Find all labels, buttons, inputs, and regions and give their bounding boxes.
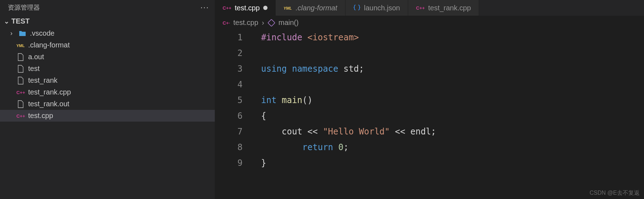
svg-text:YML: YML (284, 6, 292, 10)
chevron-right-icon: › (8, 30, 15, 37)
file-icon (16, 100, 25, 108)
watermark: CSDN @E去不复返 (590, 189, 640, 197)
line-number: 2 (215, 45, 243, 61)
item-label: test_rank.cpp (28, 88, 71, 96)
code-line (261, 45, 644, 61)
svg-text:C++: C++ (223, 20, 230, 26)
svg-text:C++: C++ (16, 90, 25, 95)
svg-text:C++: C++ (223, 5, 231, 11)
item-label: test.cpp (28, 112, 53, 120)
yaml-icon: YML (16, 42, 25, 49)
line-gutter: 123456789 (215, 30, 253, 171)
line-number: 1 (215, 30, 243, 45)
file-tree: ›.vscodeYML.clang-formata.outtesttest_ra… (0, 27, 215, 199)
tab-label: test.cpp (235, 4, 260, 12)
svg-text:YML: YML (16, 44, 25, 48)
code-line: { (261, 108, 644, 124)
item-label: .vscode (30, 29, 54, 37)
folder-item[interactable]: ›.vscode (0, 27, 215, 39)
code-line: #include <iostream> (261, 30, 644, 45)
breadcrumb-file: test.cpp (233, 19, 258, 27)
cpp-icon: C++ (223, 19, 230, 26)
item-label: test_rank (28, 76, 57, 85)
explorer-sidebar: 资源管理器 ··· ⌄ TEST ›.vscodeYML.clang-forma… (0, 0, 215, 199)
editor-area: C++test.cppYML.clang-formatlaunch.jsonC+… (215, 0, 644, 199)
file-item[interactable]: C++test.cpp (0, 110, 215, 122)
tab--clang-format[interactable]: YML.clang-format (276, 0, 346, 16)
tab-label: test_rank.cpp (428, 4, 471, 12)
line-number: 9 (215, 155, 243, 171)
code-editor[interactable]: 123456789 #include <iostream>using names… (215, 30, 644, 199)
line-number: 6 (215, 108, 243, 124)
tab-launch-json[interactable]: launch.json (346, 0, 408, 16)
line-number: 4 (215, 77, 243, 92)
folder-icon (18, 30, 27, 37)
svg-rect-7 (268, 19, 275, 26)
line-number: 8 (215, 139, 243, 155)
svg-text:C++: C++ (16, 113, 25, 119)
folder-name: TEST (11, 17, 30, 25)
item-label: .clang-format (28, 41, 70, 49)
breadcrumb-symbol: main() (279, 19, 299, 27)
line-number: 5 (215, 92, 243, 108)
code-line (261, 77, 644, 92)
file-item[interactable]: YML.clang-format (0, 39, 215, 51)
cpp-icon: C++ (16, 89, 25, 96)
code-line: return 0; (261, 139, 644, 155)
code-lines: #include <iostream>using namespace std;i… (215, 30, 644, 171)
chevron-right-icon: › (262, 19, 264, 27)
file-item[interactable]: C++test_rank.cpp (0, 86, 215, 98)
item-label: test (28, 65, 40, 73)
file-icon (16, 77, 25, 85)
file-icon (16, 65, 25, 73)
line-number: 3 (215, 61, 243, 77)
file-item[interactable]: a.out (0, 51, 215, 63)
tab-test-cpp[interactable]: C++test.cpp (215, 0, 276, 16)
tab-bar: C++test.cppYML.clang-formatlaunch.jsonC+… (215, 0, 644, 16)
item-label: a.out (28, 53, 44, 61)
tab-label: .clang-format (296, 4, 337, 12)
cpp-icon: C++ (16, 113, 25, 119)
more-actions-icon[interactable]: ··· (201, 3, 209, 12)
file-icon (16, 53, 25, 61)
line-number: 7 (215, 124, 243, 139)
tab-label: launch.json (364, 4, 400, 12)
file-item[interactable]: test_rank.out (0, 98, 215, 110)
tab-test_rank-cpp[interactable]: C++test_rank.cpp (408, 0, 479, 16)
json-icon (353, 4, 360, 11)
code-line: cout << "Hello World" << endl; (261, 124, 644, 139)
yaml-icon: YML (284, 5, 292, 11)
code-line: } (261, 155, 644, 171)
breadcrumb[interactable]: C++ test.cpp › main() (215, 16, 644, 30)
chevron-down-icon: ⌄ (3, 17, 10, 25)
explorer-title: 资源管理器 (8, 3, 40, 12)
cpp-icon: C++ (223, 5, 231, 11)
cpp-icon: C++ (416, 5, 425, 11)
symbol-icon (268, 19, 275, 26)
item-label: test_rank.out (28, 100, 69, 108)
svg-text:C++: C++ (416, 5, 425, 11)
code-line: int main() (261, 92, 644, 108)
file-item[interactable]: test (0, 63, 215, 75)
explorer-header: 资源管理器 ··· (0, 0, 215, 15)
code-line: using namespace std; (261, 61, 644, 77)
dirty-indicator-icon (263, 6, 268, 10)
folder-root[interactable]: ⌄ TEST (0, 15, 215, 27)
file-item[interactable]: test_rank (0, 75, 215, 86)
